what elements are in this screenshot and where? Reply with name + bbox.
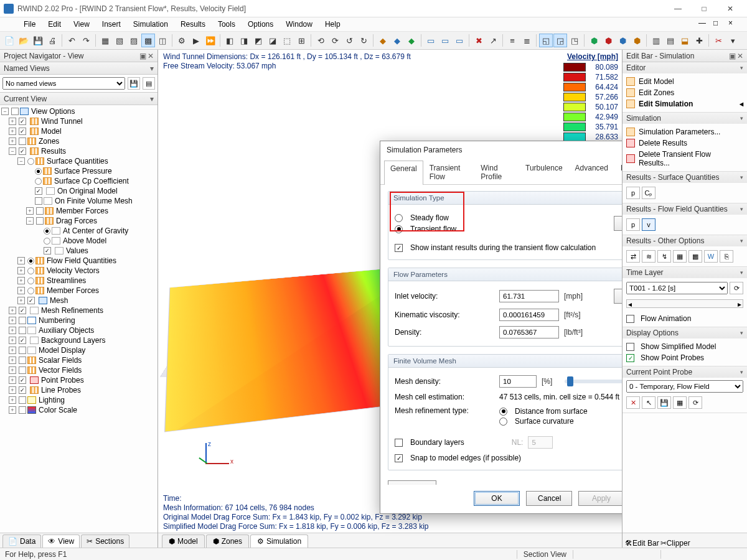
right-tab-clipper[interactable]: ✂Clipper — [660, 539, 690, 548]
chk-flow-anim[interactable] — [626, 315, 634, 323]
kin-input[interactable] — [499, 309, 559, 321]
radio-curv[interactable] — [499, 418, 507, 426]
default-button[interactable]: Default — [388, 480, 436, 485]
menu-view[interactable]: View — [67, 18, 96, 30]
density-slider[interactable] — [565, 380, 622, 383]
probe-save[interactable]: 💾 — [657, 396, 671, 409]
radio-dist-label[interactable]: Distance from surface — [515, 407, 588, 416]
radio-dist[interactable] — [499, 408, 507, 416]
tree-results[interactable]: Results — [40, 146, 66, 156]
tb-cube2[interactable]: ⬢ — [601, 34, 615, 47]
tree-scalar-fields[interactable]: Scalar Fields — [37, 355, 82, 365]
tb-undo[interactable]: ↶ — [65, 34, 78, 47]
chk-show-instant-label[interactable]: Show instant results during the transien… — [410, 243, 596, 252]
tb-redo[interactable]: ↷ — [79, 34, 93, 47]
menu-help[interactable]: Help — [319, 18, 347, 30]
opt-6[interactable]: W — [704, 250, 718, 263]
tree-color-scale[interactable]: Color Scale — [37, 405, 77, 415]
tree-zones[interactable]: Zones — [37, 136, 59, 146]
tb-grid2[interactable]: ▧ — [113, 34, 126, 47]
delete-results[interactable]: Delete Results — [626, 138, 743, 149]
tree-member-forces2[interactable]: Member Forces — [45, 286, 99, 296]
opt-5[interactable]: ▩ — [688, 250, 702, 263]
tb-v6[interactable]: ⊞ — [294, 34, 308, 47]
radio-curv-label[interactable]: Surface curvature — [515, 417, 574, 426]
time-scrollbar[interactable]: ◂▸ — [626, 299, 743, 308]
tb-r2[interactable]: ⟳ — [328, 34, 342, 47]
maximize-button[interactable]: □ — [691, 0, 717, 17]
tb-sc2[interactable]: ▾ — [726, 34, 740, 47]
tb-r3[interactable]: ↺ — [342, 34, 356, 47]
probe-del[interactable]: ✕ — [626, 396, 640, 409]
tree-surface-pressure[interactable]: Surface Pressure — [53, 166, 112, 176]
menu-window[interactable]: Window — [280, 18, 319, 30]
nv-arrow-icon[interactable]: ▾ — [150, 64, 154, 73]
tree-flow-field-q[interactable]: Flow Field Quantities — [45, 256, 116, 266]
chk-probes[interactable] — [626, 354, 634, 362]
den-input[interactable] — [499, 326, 559, 338]
tb-m1[interactable]: ▥ — [649, 34, 663, 47]
tb-m2[interactable]: ▤ — [664, 34, 677, 47]
tb-x2[interactable]: ↗ — [486, 34, 500, 47]
time-layer-refresh[interactable]: ⟳ — [730, 282, 743, 294]
tree-above-model[interactable]: Above Model — [62, 236, 106, 246]
cv-arrow-icon[interactable]: ▾ — [150, 95, 154, 103]
tb-v2[interactable]: ◨ — [237, 34, 251, 47]
tab-zones[interactable]: ⬢Zones — [206, 534, 249, 548]
radio-steady[interactable] — [395, 214, 403, 222]
eb-pin-icon[interactable]: ▣ — [729, 52, 736, 60]
probe-refresh[interactable]: ⟳ — [688, 396, 702, 409]
delete-transient-results[interactable]: Delete Transient Flow Results... — [626, 149, 743, 169]
tab-wind-profile[interactable]: Wind Profile — [474, 160, 519, 184]
edit-model[interactable]: Edit Model — [626, 76, 743, 87]
named-view-save-button[interactable]: 💾 — [128, 77, 140, 90]
flow-anim-label[interactable]: Flow Animation — [641, 314, 691, 323]
tree-at-cog[interactable]: At Center of Gravity — [62, 226, 128, 236]
tb-sel2[interactable]: ◲ — [553, 34, 567, 47]
tab-particles[interactable]: Particles — [614, 160, 622, 184]
probe-chart[interactable]: ▦ — [673, 396, 687, 409]
menu-simulation[interactable]: Simulation — [127, 18, 174, 30]
time-layer-select[interactable]: T001 - 1.62 [s] — [626, 282, 728, 294]
tb-v4[interactable]: ◪ — [266, 34, 280, 47]
menu-edit[interactable]: Edit — [42, 18, 67, 30]
tb-sel3[interactable]: ◳ — [568, 34, 581, 47]
tree-member-forces[interactable]: Member Forces — [55, 206, 108, 216]
tree-lighting[interactable]: Lighting — [37, 395, 65, 405]
tb-run2[interactable]: ⏩ — [204, 34, 217, 47]
tb-r4[interactable]: ↻ — [357, 34, 370, 47]
opt-7[interactable]: ⎘ — [720, 250, 733, 263]
chk-simplified[interactable] — [626, 343, 634, 351]
cancel-button[interactable]: Cancel — [526, 491, 572, 506]
tb-open[interactable]: 📂 — [17, 34, 31, 47]
profile-button[interactable]: Profile... — [614, 289, 622, 304]
mdi-close[interactable]: × — [728, 19, 742, 30]
tree-mesh[interactable]: Mesh — [49, 296, 68, 306]
tree-on-original[interactable]: On Original Model — [56, 186, 118, 196]
probes-label[interactable]: Show Point Probes — [641, 353, 704, 362]
opt-3[interactable]: ↯ — [657, 250, 671, 263]
left-tab-sections[interactable]: ✂Sections — [81, 534, 129, 548]
tb-sel1[interactable]: ◱ — [539, 34, 553, 47]
tb-v5[interactable]: ⬚ — [280, 34, 294, 47]
tb-grid4[interactable]: ▩ — [141, 34, 155, 47]
edit-zones[interactable]: Edit Zones — [626, 87, 743, 98]
tb-sc[interactable]: ✂ — [712, 34, 725, 47]
tb-c2[interactable]: ◆ — [390, 34, 404, 47]
tree-values[interactable]: Values — [65, 246, 88, 256]
tb-v1[interactable]: ◧ — [223, 34, 237, 47]
chk-snap-label[interactable]: Snap to model edges (if possible) — [410, 454, 521, 462]
chk-boundary-label[interactable]: Boundary layers — [410, 438, 464, 447]
chk-snap[interactable] — [395, 454, 403, 462]
tree-point-probes[interactable]: Point Probes — [40, 375, 84, 385]
named-views-select[interactable]: No named views — [2, 77, 125, 90]
ok-button[interactable]: OK — [474, 491, 520, 506]
radio-transient-label[interactable]: Transient flow — [410, 225, 456, 233]
menu-file[interactable]: File — [17, 18, 42, 30]
tb-cube4[interactable]: ⬢ — [630, 34, 644, 47]
tree-mesh-refinements[interactable]: Mesh Refinements — [40, 306, 103, 315]
tree-background-layers[interactable]: Background Layers — [40, 335, 105, 345]
tb-print[interactable]: 🖨 — [45, 34, 59, 47]
inlet-input[interactable] — [499, 290, 559, 302]
navigator-tree[interactable]: −View Options +Wind Tunnel +Model +Zones… — [0, 105, 157, 533]
